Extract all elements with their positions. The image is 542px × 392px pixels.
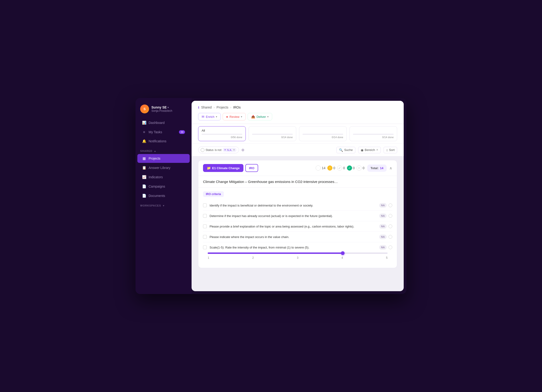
stat-x-circle: ✕ (357, 165, 362, 170)
user-section[interactable]: S Sunny SE ▾ Sonja Posdziech (136, 103, 192, 118)
stat-x-count: 0 (363, 166, 364, 170)
progress-bar-all (202, 134, 242, 135)
user-role-label: Sonja Posdziech (151, 109, 187, 112)
breadcrumb-projects[interactable]: Projects (217, 106, 228, 109)
toolbar: ✉ Enrich ▾ ● Review ▾ 📤 Deliver ▾ (198, 113, 397, 124)
filter-funnel-icon[interactable]: ⊕ (241, 148, 244, 152)
progress-bar-4 (353, 134, 394, 135)
climate-tag[interactable]: 📁 E1 Climate Change (203, 164, 244, 172)
criteria-checkbox-2[interactable] (203, 214, 207, 218)
bereich-label: Bereich (365, 148, 375, 152)
sidebar-item-documents[interactable]: 📄 Documents (137, 191, 190, 200)
review-button[interactable]: ● Review ▾ (223, 113, 246, 120)
breadcrumb-iros[interactable]: IROs (233, 106, 241, 109)
stat-empty: 14 (316, 165, 325, 170)
na-badge-3: NA (379, 224, 387, 229)
slider-label-3: 3 (297, 256, 298, 260)
slider-track (208, 253, 388, 254)
progress-tab-3[interactable]: 0/14 done (299, 126, 347, 141)
criteria-text-4: Please indicate where the impact occurs … (210, 235, 376, 239)
projects-icon: ▦ (142, 156, 146, 160)
stat-yellow-circle: ! (327, 165, 332, 170)
climate-tag-label: E1 Climate Change (212, 166, 240, 170)
criteria-checkbox-3[interactable] (203, 224, 207, 228)
sidebar-indicators-label: Indicators (149, 175, 163, 179)
status-circle-icon (201, 148, 204, 152)
progress-tab-all[interactable]: All 0/56 done (198, 126, 246, 141)
progress-tab-all-label: All (202, 129, 242, 132)
slider-label-5: 5 (386, 256, 388, 260)
sidebar-item-projects[interactable]: ▦ Projects (137, 154, 190, 163)
na-close-icon: ✕ (224, 148, 226, 151)
sidebar-item-notifications[interactable]: 🔔 Notifications (137, 137, 190, 146)
criteria-radio-5[interactable] (389, 245, 392, 249)
progress-bar-2 (252, 134, 293, 135)
user-chevron-icon: ▾ (168, 106, 169, 109)
sidebar-tasks-label: My Tasks (149, 130, 162, 134)
progress-tab-4[interactable]: 0/14 done (349, 126, 397, 141)
stat-check-circle: ✓ (337, 165, 342, 170)
search-icon: 🔍 (339, 148, 343, 152)
sidebar: S Sunny SE ▾ Sonja Posdziech 📊 Dashboard… (136, 98, 192, 294)
criteria-text-1: Identify if the impact is beneficial or … (210, 204, 376, 207)
slider-fill (208, 253, 343, 254)
folder-icon: 📁 (207, 166, 211, 170)
sidebar-item-answer-library[interactable]: 📋 Answer Library (137, 163, 190, 172)
criteria-radio-2[interactable] (389, 214, 392, 218)
na-tag: ✕ N.A. ✕ (223, 148, 236, 152)
iro-tag[interactable]: IRO (245, 164, 258, 172)
search-label: Suche (344, 148, 353, 152)
sort-icon: ↕ (386, 148, 388, 152)
na-badge-4: NA (379, 234, 387, 239)
enrich-button[interactable]: ✉ Enrich ▾ (198, 113, 221, 120)
criteria-radio-3[interactable] (389, 224, 392, 228)
na-label: N.A. (227, 149, 232, 151)
slider-thumb[interactable] (341, 251, 345, 255)
sidebar-item-campaigns[interactable]: 📄 Campaigns (137, 182, 190, 191)
slider-label-2: 2 (252, 256, 254, 260)
progress-tab-2[interactable]: 0/14 done (249, 126, 296, 141)
criteria-checkbox-5[interactable] (203, 245, 207, 249)
bereich-action[interactable]: ◉ Bereich ✕ (358, 147, 381, 153)
sort-action[interactable]: ↕ Sort (384, 147, 397, 153)
criteria-radio-1[interactable] (389, 203, 392, 207)
sidebar-documents-label: Documents (149, 194, 165, 198)
sidebar-item-dashboard[interactable]: 📊 Dashboard (137, 118, 190, 127)
stat-green-count: 0 (353, 166, 355, 170)
main-panel: 📁 E1 Climate Change IRO 14 (192, 156, 404, 272)
slider-section: 1 2 3 4 5 (203, 251, 392, 264)
status-filter-chip[interactable]: Status is not ✕ N.A. ✕ (198, 147, 239, 153)
criteria-text-3: Please provide a brief explanation of th… (210, 225, 376, 228)
sidebar-dashboard-label: Dashboard (149, 121, 165, 125)
stat-empty-circle (316, 165, 321, 170)
sidebar-item-my-tasks[interactable]: ≡ My Tasks 39 (137, 128, 190, 136)
review-caret-icon: ▾ (241, 115, 242, 118)
iro-stats: 14 ! 0 ✓ 0 (316, 165, 364, 170)
stat-yellow: ! 0 (327, 165, 335, 170)
main-content: ℹ Shared › Projects › IROs ✉ Enrich ▾ ● … (192, 101, 404, 291)
criteria-item-4: Please indicate where the impact occurs … (203, 232, 392, 242)
na-remove-icon[interactable]: ✕ (233, 148, 235, 151)
na-badge-1: NA (379, 203, 387, 208)
collapse-button[interactable]: ∧ (390, 166, 392, 170)
answer-library-icon: 📋 (142, 166, 146, 170)
bereich-close-icon[interactable]: ✕ (376, 148, 378, 151)
stat-check: ✓ 0 (337, 165, 345, 170)
criteria-item-2: Determine if the impact has already occu… (203, 211, 392, 221)
stat-x: ✕ 0 (357, 165, 364, 170)
user-name-label: Sunny SE (151, 106, 167, 109)
criteria-checkbox-4[interactable] (203, 235, 207, 239)
sidebar-item-indicators[interactable]: 📈 Indicators (137, 173, 190, 181)
deliver-button[interactable]: 📤 Deliver ▾ (248, 113, 272, 120)
workspaces-caret-icon: ▼ (162, 204, 165, 207)
criteria-text-2: Determine if the impact has already occu… (210, 214, 376, 218)
criteria-radio-4[interactable] (389, 235, 392, 239)
review-icon: ● (226, 115, 228, 119)
criteria-actions-5: NA (379, 245, 392, 250)
user-info: Sunny SE ▾ Sonja Posdziech (151, 106, 187, 112)
breadcrumb-shared[interactable]: Shared (201, 106, 212, 109)
iro-card: 📁 E1 Climate Change IRO 14 (198, 160, 397, 268)
status-label: Status (206, 148, 214, 152)
search-action[interactable]: 🔍 Suche (336, 147, 355, 153)
criteria-checkbox-1[interactable] (203, 203, 207, 207)
